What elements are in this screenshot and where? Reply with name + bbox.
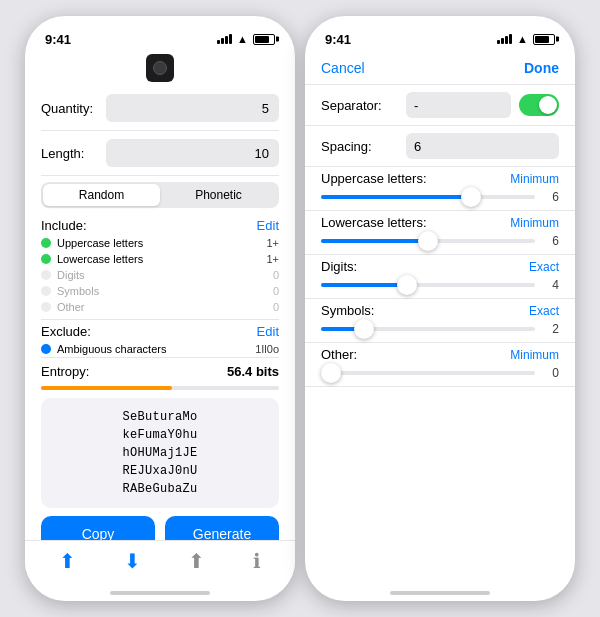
spacing-row: Spacing: 6 [305,126,575,167]
done-button[interactable]: Done [524,60,559,76]
entropy-value: 56.4 bits [227,364,279,379]
other-slider-label: Other: [321,347,357,362]
toggle-knob [539,96,557,114]
settings-header: Cancel Done [305,54,575,85]
lowercase-slider-row: 6 [321,234,559,248]
digits-slider-row: 4 [321,278,559,292]
digits-slider-track[interactable] [321,283,535,287]
dot-gray-icon [41,270,51,280]
length-value: 10 [255,146,269,161]
include-item-uppercase: Uppercase letters 1+ [41,235,279,251]
spacing-bar[interactable]: 6 [406,133,559,159]
info-tab-icon[interactable]: ℹ [253,549,261,573]
quantity-row: Quantity: 5 [41,86,279,131]
spacing-label: Spacing: [321,139,406,154]
exclude-ambiguous-value: 1Il0o [255,343,279,355]
right-battery-icon [533,34,555,45]
quantity-label: Quantity: [41,101,106,116]
symbols-slider-value: 2 [543,322,559,336]
left-status-bar: 9:41 ▲ [25,16,295,54]
upload-tab-icon[interactable]: ⬆ [188,549,205,573]
symbols-slider-mode[interactable]: Exact [529,304,559,318]
password-text: SeButuraMo keFumaY0hu hOHUMaj1JE REJUxaJ… [122,408,197,498]
other-slider-thumb[interactable] [321,363,341,383]
length-row: Length: 10 [41,131,279,176]
include-edit[interactable]: Edit [257,218,279,233]
uppercase-slider-row: 6 [321,190,559,204]
right-time: 9:41 [325,32,351,47]
lowercase-slider-fill [321,239,428,243]
camera-lens [153,61,167,75]
other-slider-value: 0 [543,366,559,380]
length-label: Length: [41,146,106,161]
quantity-bar[interactable]: 5 [106,94,279,122]
include-header: Include: Edit [41,214,279,235]
right-status-icons: ▲ [497,33,555,45]
spacing-value: 6 [414,139,421,154]
digits-slider-mode[interactable]: Exact [529,260,559,274]
include-item-symbols: Symbols 0 [41,283,279,299]
include-uppercase-value: 1+ [266,237,279,249]
include-symbols-value: 0 [273,285,279,297]
segment-random[interactable]: Random [43,184,160,206]
other-slider-mode[interactable]: Minimum [510,348,559,362]
right-phone: 9:41 ▲ Cancel Done Separa [305,16,575,601]
dot-green-icon [41,238,51,248]
symbols-slider-thumb[interactable] [354,319,374,339]
download-tab-icon[interactable]: ⬇ [124,549,141,573]
symbols-slider-header: Symbols: Exact [321,303,559,318]
dot-green2-icon [41,254,51,264]
lowercase-slider-label: Lowercase letters: [321,215,427,230]
separator-row: Separator: - [305,85,575,126]
include-uppercase-label: Uppercase letters [57,237,260,249]
lowercase-slider-track[interactable] [321,239,535,243]
uppercase-slider-track[interactable] [321,195,535,199]
separator-toggle[interactable] [519,94,559,116]
digits-slider-fill [321,283,407,287]
other-slider-row: 0 [321,366,559,380]
digits-slider-label: Digits: [321,259,357,274]
include-item-digits: Digits 0 [41,267,279,283]
include-item-other: Other 0 [41,299,279,315]
uppercase-slider-thumb[interactable] [461,187,481,207]
right-signal-icon [497,34,512,44]
include-item-lowercase: Lowercase letters 1+ [41,251,279,267]
share-tab-icon[interactable]: ⬆ [59,549,76,573]
uppercase-slider-label: Uppercase letters: [321,171,427,186]
segment-phonetic[interactable]: Phonetic [160,184,277,206]
left-content: Quantity: 5 Length: 10 Random Phonetic I… [25,86,295,558]
left-phone: 9:41 ▲ Quantity: [25,16,295,601]
exclude-title: Exclude: [41,324,91,339]
uppercase-slider-value: 6 [543,190,559,204]
symbols-slider-track[interactable] [321,327,535,331]
right-home-indicator [390,591,490,595]
lowercase-slider-mode[interactable]: Minimum [510,216,559,230]
separator-bar[interactable]: - [406,92,511,118]
entropy-bar-bg [41,386,279,390]
cancel-button[interactable]: Cancel [321,60,365,76]
include-other-value: 0 [273,301,279,313]
left-time: 9:41 [45,32,71,47]
include-symbols-label: Symbols [57,285,267,297]
left-status-icons: ▲ [217,33,275,45]
lowercase-slider-thumb[interactable] [418,231,438,251]
symbols-slider-section: Symbols: Exact 2 [305,299,575,343]
symbols-slider-row: 2 [321,322,559,336]
digits-slider-section: Digits: Exact 4 [305,255,575,299]
other-slider-track[interactable] [321,371,535,375]
include-digits-value: 0 [273,269,279,281]
include-lowercase-label: Lowercase letters [57,253,260,265]
camera-bump [146,54,174,82]
signal-icon [217,34,232,44]
other-slider-header: Other: Minimum [321,347,559,362]
digits-slider-thumb[interactable] [397,275,417,295]
include-lowercase-value: 1+ [266,253,279,265]
mode-segment[interactable]: Random Phonetic [41,182,279,208]
dot-gray3-icon [41,302,51,312]
exclude-edit[interactable]: Edit [257,324,279,339]
exclude-header: Exclude: Edit [41,319,279,341]
length-bar[interactable]: 10 [106,139,279,167]
separator-value: - [414,98,418,113]
uppercase-slider-mode[interactable]: Minimum [510,172,559,186]
entropy-label: Entropy: [41,364,89,379]
